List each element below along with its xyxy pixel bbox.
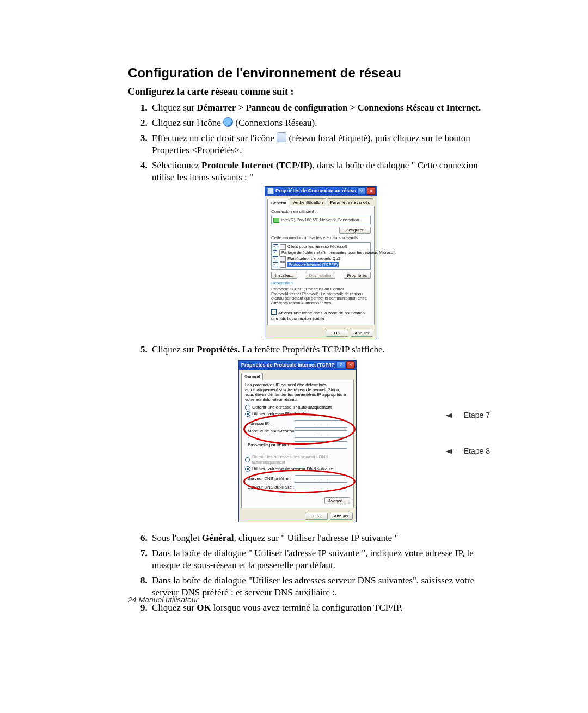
nic-icon	[273, 218, 279, 223]
text: Effectuez un clic droit sur l'icône	[152, 133, 277, 143]
step-4: Sélectionnez Protocole Internet (TCP/IP)…	[150, 160, 490, 339]
arrow-left-icon: ◄—	[443, 410, 464, 420]
input-mask[interactable]: ...	[295, 430, 347, 438]
text: Cliquez sur	[152, 102, 197, 113]
radio-icon[interactable]	[245, 405, 250, 410]
description-title: Description	[271, 281, 371, 286]
step-3: Effectuez un clic droit sur l'icône (rés…	[150, 132, 490, 156]
radio-use-dns[interactable]: Utiliser l'adresse de serveur DNS suivan…	[245, 466, 350, 472]
component-icon	[280, 244, 286, 250]
component-icon	[279, 250, 280, 256]
step-7: Dans la boîte de dialogue " Utiliser l'a…	[150, 547, 490, 571]
step-6: Sous l'onglet Général, cliquez sur " Uti…	[150, 532, 490, 544]
radio-label: Obtenir les adresses des serveurs DNS au…	[252, 454, 350, 466]
items-listbox[interactable]: Client pour les réseaux Microsoft Partag…	[271, 242, 371, 270]
label-gateway: Passerelle par défaut :	[248, 442, 295, 448]
ok-button[interactable]: OK	[326, 330, 348, 337]
titlebar-text: Propriétés de Protocole Internet (TCP/IP…	[241, 362, 335, 369]
ok-button[interactable]: OK	[305, 513, 328, 520]
adapter-field: Intel(R) Pro/100 VE Network Connection	[271, 216, 371, 224]
help-button[interactable]: ?	[357, 187, 366, 195]
close-button[interactable]: ×	[367, 187, 376, 195]
radio-icon[interactable]	[245, 466, 250, 472]
lan-icon	[277, 132, 286, 142]
uninstall-button: Désinstaller	[305, 272, 335, 279]
page-footer: 24 Manuel utilisateur	[128, 595, 198, 604]
arrow-left-icon: ◄—	[443, 446, 464, 456]
radio-icon[interactable]	[245, 411, 250, 417]
panel: Connexion en utilisant : Intel(R) Pro/10…	[267, 206, 375, 325]
label-dns1: Serveur DNS préféré :	[248, 476, 295, 482]
help-button[interactable]: ?	[336, 361, 345, 369]
annotation-label: Etape 8	[464, 447, 490, 455]
text-bold: Propriétés	[197, 344, 237, 355]
input-dns2[interactable]: ...	[295, 484, 347, 491]
text: Cliquez sur	[152, 344, 197, 355]
cancel-button[interactable]: Annuler	[351, 330, 373, 337]
dns-fields-group: Serveur DNS préféré :... Serveur DNS aux…	[245, 472, 350, 494]
radio-label: Utiliser l'adresse IP suivante :	[252, 411, 309, 417]
list-item[interactable]: Client pour les réseaux Microsoft	[273, 244, 369, 250]
step-8: Dans la boîte de dialogue "Utiliser les …	[150, 575, 490, 599]
text-bold: Démarrer > Panneau de configuration > Co…	[197, 102, 481, 113]
step-5: Cliquez sur Propriétés. La fenêtre Propr…	[150, 344, 490, 527]
configure-button[interactable]: Configurer...	[339, 227, 371, 234]
page-title: Configuration de l'environnement de rése…	[128, 65, 490, 81]
item-label: Client pour les réseaux Microsoft	[287, 244, 347, 249]
adapter-icon	[267, 188, 274, 194]
item-label-selected: Protocole Internet (TCP/IP)	[287, 262, 339, 267]
advanced-button[interactable]: Avancé...	[324, 497, 350, 504]
label-ip: Adresse IP :	[248, 421, 295, 426]
text-bold: Général	[202, 533, 234, 543]
tab-auth[interactable]: Authentification	[290, 198, 326, 206]
tab-general[interactable]: Général	[267, 199, 289, 206]
ip-fields-group: Adresse IP :... Masque de sous-réseau :.…	[245, 417, 350, 452]
radio-use-ip[interactable]: Utiliser l'adresse IP suivante :	[245, 411, 350, 417]
item-label: Partage de fichiers et d'imprimantes pou…	[281, 250, 395, 255]
step-2: Cliquez sur l'icône (Connexions Réseau).	[150, 117, 490, 129]
tab-general[interactable]: Général	[241, 373, 263, 380]
adapter-name: Intel(R) Pro/100 VE Network Connection	[281, 217, 359, 223]
tabs: Général Authentification Paramètres avan…	[265, 196, 377, 206]
cancel-button[interactable]: Annuler	[330, 513, 353, 520]
list-item[interactable]: Planificateur de paquets QoS	[273, 256, 369, 262]
tcpip-properties-dialog: Propriétés de Protocole Internet (TCP/IP…	[238, 360, 357, 522]
properties-button[interactable]: Propriétés	[344, 272, 371, 279]
close-button[interactable]: ×	[346, 361, 355, 369]
intro-text: Les paramètres IP peuvent être déterminé…	[245, 383, 350, 403]
install-button[interactable]: Installer...	[271, 272, 297, 279]
component-icon	[280, 262, 286, 268]
text: lorsque vous avez terminé la configurati…	[211, 602, 403, 613]
text: (Connexions Réseau).	[233, 118, 317, 128]
text: Cliquez sur	[152, 602, 197, 613]
checkbox-icon[interactable]	[273, 250, 277, 255]
checkbox-icon[interactable]	[273, 256, 278, 261]
tab-advanced[interactable]: Paramètres avancés	[327, 198, 373, 206]
annotation-etape-7: ◄—Etape 7	[446, 410, 490, 420]
connect-using-label: Connexion en utilisant :	[271, 209, 371, 215]
list-item[interactable]: Partage de fichiers et d'imprimantes pou…	[273, 250, 369, 256]
checkbox-icon[interactable]	[273, 262, 278, 267]
input-gateway[interactable]: ...	[295, 441, 347, 449]
text: Sous l'onglet	[152, 533, 202, 543]
page-subtitle: Configurez la carte réseau comme suit :	[128, 86, 490, 97]
radio-auto-ip[interactable]: Obtenir une adresse IP automatiquement	[245, 405, 350, 410]
item-label: Planificateur de paquets QoS	[287, 256, 341, 261]
label-mask: Masque de sous-réseau :	[248, 429, 295, 440]
checkbox-icon[interactable]	[273, 244, 278, 249]
text: Cliquez sur l'icône	[152, 118, 223, 128]
input-dns1[interactable]: ...	[295, 475, 347, 483]
lan-properties-dialog: Propriétés de Connexion au réseau local …	[265, 186, 377, 339]
input-ip[interactable]: ...	[295, 420, 347, 428]
panel: Les paramètres IP peuvent être déterminé…	[241, 380, 354, 508]
step-1: Cliquez sur Démarrer > Panneau de config…	[150, 102, 490, 114]
radio-label: Utiliser l'adresse de serveur DNS suivan…	[252, 466, 336, 472]
annotation-label: Etape 7	[464, 411, 490, 419]
list-item[interactable]: Protocole Internet (TCP/IP)	[273, 262, 369, 268]
show-icon-checkbox[interactable]	[271, 309, 277, 315]
titlebar: Propriétés de Protocole Internet (TCP/IP…	[239, 361, 356, 370]
titlebar-text: Propriétés de Connexion au réseau local	[275, 188, 356, 194]
step-9: Cliquez sur OK lorsque vous avez terminé…	[150, 602, 490, 614]
uses-label: Cette connexion utilise les éléments sui…	[271, 235, 371, 241]
text: , cliquez sur " Utiliser l'adresse IP su…	[234, 533, 398, 543]
